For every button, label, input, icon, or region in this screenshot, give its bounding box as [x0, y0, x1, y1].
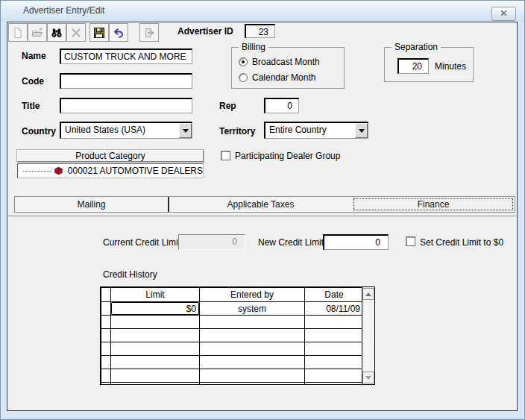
product-category-button[interactable]: Product Category	[17, 150, 204, 162]
close-button[interactable]: ✕	[491, 7, 516, 21]
territory-value: Entire Country	[269, 125, 327, 135]
name-field[interactable]: CUSTOM TRUCK AND MORE	[60, 48, 192, 64]
territory-dropdown-button[interactable]	[355, 123, 368, 138]
find-button[interactable]	[47, 23, 66, 42]
table-row[interactable]	[101, 342, 364, 356]
table-cell[interactable]	[200, 383, 305, 386]
delete-button[interactable]	[66, 23, 86, 42]
country-value: United States (USA)	[65, 125, 145, 135]
chevron-down-icon	[359, 129, 365, 133]
billing-group-label: Billing	[239, 42, 268, 52]
table-row[interactable]	[101, 316, 364, 329]
calendar-month-radio[interactable]	[239, 73, 248, 82]
row-selector[interactable]	[101, 356, 111, 369]
chevron-down-icon	[183, 129, 189, 133]
set-credit-limit-zero-label[interactable]: Set Credit Limit to $0	[420, 237, 503, 248]
table-cell[interactable]	[200, 356, 305, 369]
credit-history-body: $0system08/11/09	[101, 302, 364, 386]
table-cell[interactable]	[200, 329, 305, 342]
table-cell[interactable]	[200, 316, 305, 329]
table-cell[interactable]	[305, 342, 364, 356]
delete-x-icon	[70, 27, 82, 39]
code-label: Code	[22, 76, 44, 87]
separation-minutes-field[interactable]: 20	[397, 58, 429, 74]
table-cell[interactable]	[111, 316, 200, 329]
separation-group-label: Separation	[392, 42, 441, 52]
territory-dropdown[interactable]: Entire Country	[264, 122, 368, 139]
table-row[interactable]	[101, 383, 364, 386]
undo-button[interactable]	[109, 23, 128, 42]
set-credit-limit-zero-checkbox[interactable]	[406, 236, 415, 246]
participating-dealer-group-checkbox[interactable]	[221, 151, 230, 160]
table-cell[interactable]	[111, 356, 200, 369]
table-cell[interactable]	[200, 342, 305, 356]
column-header-limit[interactable]: Limit	[111, 288, 200, 302]
arrow-up-icon	[365, 292, 371, 296]
name-label: Name	[22, 51, 46, 61]
column-header-entered-by[interactable]: Entered by	[200, 288, 305, 302]
title-field[interactable]	[60, 98, 192, 113]
scroll-down-button[interactable]	[362, 372, 374, 383]
table-row[interactable]: $0system08/11/09	[101, 302, 364, 316]
row-selector[interactable]	[101, 316, 111, 329]
title-bar[interactable]: Advertiser Entry/Edit	[1, 1, 525, 22]
broadcast-month-label[interactable]: Broadcast Month	[252, 57, 320, 67]
table-cell[interactable]: 08/11/09	[305, 302, 364, 316]
code-field[interactable]	[60, 73, 192, 89]
participating-dealer-group-label[interactable]: Participating Dealer Group	[235, 151, 340, 161]
table-cell[interactable]	[305, 356, 364, 369]
separation-unit-label: Minutes	[435, 61, 466, 72]
table-row[interactable]	[101, 329, 364, 342]
scroll-up-button[interactable]	[362, 288, 374, 300]
row-selector[interactable]	[101, 369, 111, 383]
advertiser-id-label: Advertiser ID	[177, 26, 233, 37]
red-book-icon	[54, 166, 63, 175]
tab-finance[interactable]: Finance	[352, 197, 515, 212]
save-floppy-icon	[93, 27, 105, 39]
table-cell[interactable]	[200, 369, 305, 383]
tab-mailing[interactable]: Mailing	[15, 197, 168, 212]
exit-button[interactable]	[139, 23, 159, 42]
broadcast-month-radio[interactable]	[239, 57, 248, 66]
window-title: Advertiser Entry/Edit	[23, 1, 104, 22]
calendar-month-label[interactable]: Calendar Month	[252, 72, 315, 83]
table-cell[interactable]	[305, 329, 364, 342]
table-cell[interactable]: system	[200, 302, 305, 316]
territory-label: Territory	[219, 126, 255, 137]
row-selector[interactable]	[101, 302, 111, 316]
country-dropdown-button[interactable]	[179, 123, 192, 138]
table-cell[interactable]: $0	[111, 302, 200, 316]
credit-history-label: Credit History	[103, 269, 157, 280]
dialog-client-area: Advertiser ID 23 Name CUSTOM TRUCK AND M…	[7, 22, 518, 411]
new-credit-limit-field[interactable]: 0	[323, 234, 389, 250]
row-selector[interactable]	[101, 342, 111, 356]
new-document-icon	[12, 27, 24, 39]
advertiser-entry-edit-window: Advertiser Entry/Edit ✕	[0, 0, 525, 420]
table-cell[interactable]	[305, 383, 364, 386]
rep-label: Rep	[219, 101, 236, 111]
undo-arrow-icon	[113, 27, 125, 39]
row-selector-header	[101, 288, 111, 302]
table-cell[interactable]	[305, 316, 364, 329]
tree-connector	[23, 171, 51, 172]
open-record-button[interactable]	[28, 23, 47, 42]
new-record-button[interactable]	[8, 23, 28, 42]
table-cell[interactable]	[305, 369, 364, 383]
country-dropdown[interactable]: United States (USA)	[60, 122, 192, 139]
tab-applicable-taxes[interactable]: Applicable Taxes	[168, 197, 352, 212]
table-cell[interactable]	[111, 342, 200, 356]
vertical-scrollbar[interactable]	[362, 287, 374, 384]
product-category-item[interactable]: 000021 AUTOMOTIVE DEALERS	[17, 163, 204, 178]
column-header-date[interactable]: Date	[305, 288, 364, 302]
table-row[interactable]	[101, 369, 364, 383]
save-button[interactable]	[89, 23, 109, 42]
table-header-row: Limit Entered by Date	[101, 288, 364, 302]
table-cell[interactable]	[111, 383, 200, 386]
credit-history-grid: Limit Entered by Date $0system08/11/09	[100, 286, 375, 385]
table-cell[interactable]	[111, 369, 200, 383]
table-cell[interactable]	[111, 329, 200, 342]
rep-field[interactable]: 0	[264, 98, 299, 113]
table-row[interactable]	[101, 356, 364, 369]
row-selector[interactable]	[101, 383, 111, 386]
row-selector[interactable]	[101, 329, 111, 342]
